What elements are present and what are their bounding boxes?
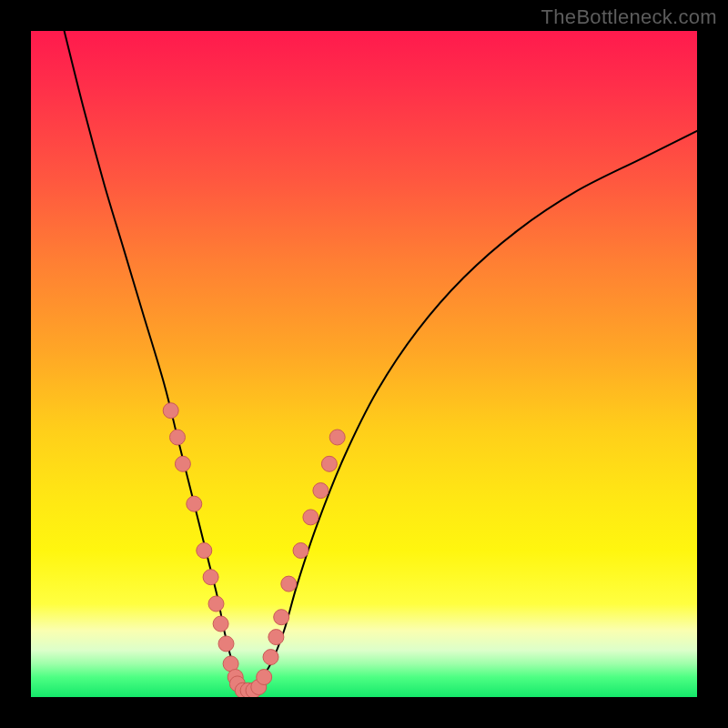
data-dot bbox=[268, 630, 284, 645]
data-dot bbox=[175, 456, 190, 471]
chart-svg bbox=[31, 31, 697, 697]
data-dot bbox=[197, 543, 212, 559]
data-dot bbox=[274, 610, 289, 625]
data-dot bbox=[187, 496, 202, 511]
data-dot bbox=[303, 510, 318, 525]
data-dot bbox=[163, 403, 178, 419]
curve-layer bbox=[65, 31, 697, 692]
data-dot bbox=[208, 596, 224, 612]
data-dot bbox=[218, 636, 234, 652]
data-dot bbox=[329, 430, 345, 445]
data-dot bbox=[257, 670, 272, 685]
data-dot bbox=[170, 430, 186, 445]
watermark-text: TheBottleneck.com bbox=[541, 5, 717, 29]
data-dots bbox=[163, 403, 345, 697]
data-dot bbox=[263, 650, 278, 665]
plot-area bbox=[31, 31, 697, 697]
data-dot bbox=[203, 570, 218, 585]
data-dot bbox=[213, 616, 228, 632]
data-dot bbox=[313, 483, 329, 499]
bottleneck-curve bbox=[65, 31, 697, 692]
data-dot bbox=[293, 543, 308, 559]
data-dot bbox=[321, 456, 337, 471]
chart-frame: TheBottleneck.com bbox=[0, 0, 728, 728]
data-dot bbox=[281, 576, 297, 592]
